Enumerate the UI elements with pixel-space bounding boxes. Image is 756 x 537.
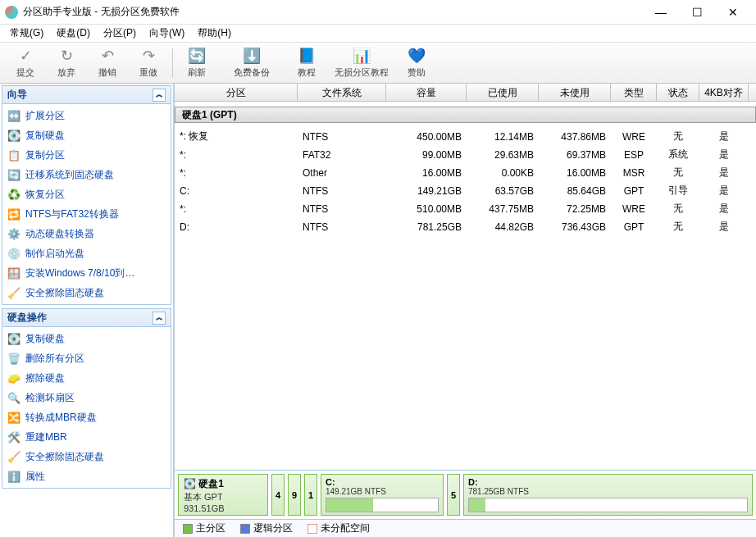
- diskop-item-4[interactable]: 🔀转换成MBR硬盘: [2, 407, 171, 427]
- maximize-button[interactable]: ☐: [679, 1, 715, 24]
- partition-tiny-2[interactable]: 1: [304, 474, 317, 516]
- wizard-item-icon: 🪟: [7, 266, 20, 280]
- col-capacity[interactable]: 容量: [386, 84, 467, 101]
- cell-type: MSR: [611, 166, 657, 180]
- donate-button[interactable]: 💙赞助: [396, 45, 437, 80]
- cell-partition: *:: [175, 166, 298, 180]
- partition-row[interactable]: *:FAT3299.00MB29.63MB69.37MBESP系统是: [175, 146, 756, 164]
- titlebar: 分区助手专业版 - 无损分区免费软件 — ☐ ✕: [0, 0, 756, 25]
- wizard-item-0[interactable]: ↔️扩展分区: [2, 106, 171, 125]
- cell-capacity: 450.00MB: [386, 130, 467, 144]
- cell-align: 是: [699, 146, 749, 163]
- close-button[interactable]: ✕: [715, 1, 751, 24]
- diskop-item-1[interactable]: 🗑️删除所有分区: [2, 348, 171, 368]
- undo-button[interactable]: ↶撤销: [87, 45, 128, 80]
- partition-c[interactable]: C: 149.21GB NTFS: [321, 474, 444, 516]
- partition-row[interactable]: *:Other16.00MB0.00KB16.00MBMSR无是: [175, 164, 756, 182]
- tutorial-button[interactable]: 📘教程: [286, 45, 327, 80]
- col-used[interactable]: 已使用: [467, 84, 539, 101]
- disk-info-block[interactable]: 💽 硬盘1 基本 GPT 931.51GB: [178, 474, 268, 516]
- col-type[interactable]: 类型: [611, 84, 657, 101]
- refresh-button[interactable]: 🔄刷新: [176, 45, 217, 80]
- discard-button[interactable]: ↻放弃: [46, 45, 87, 80]
- menu-partition[interactable]: 分区(P): [97, 25, 143, 42]
- wizard-item-label: NTFS与FAT32转换器: [25, 207, 119, 221]
- cell-type: ESP: [611, 148, 657, 162]
- partition-c-size: 149.21GB NTFS: [326, 487, 439, 496]
- diskop-item-label: 检测坏扇区: [25, 391, 75, 405]
- diskop-item-7[interactable]: ℹ️属性: [2, 466, 171, 486]
- disk-icon: 💽 硬盘1: [184, 477, 262, 491]
- disk-group-header[interactable]: 硬盘1 (GPT): [175, 107, 756, 123]
- backup-button[interactable]: ⬇️免费备份: [217, 45, 286, 80]
- lossless-tutorial-button[interactable]: 📊无损分区教程: [327, 45, 396, 80]
- legend-primary: 主分区: [183, 521, 225, 535]
- cell-capacity: 99.00MB: [386, 148, 467, 162]
- wizard-item-4[interactable]: ♻️恢复分区: [2, 184, 171, 204]
- col-partition[interactable]: 分区: [175, 84, 298, 101]
- logical-swatch: [240, 524, 250, 534]
- cell-align: 是: [699, 182, 749, 199]
- commit-button[interactable]: ✓提交: [5, 45, 46, 80]
- diskop-item-3[interactable]: 🔍检测坏扇区: [2, 388, 171, 407]
- menu-help[interactable]: 帮助(H): [191, 25, 238, 42]
- partition-row[interactable]: *: 恢复NTFS450.00MB12.14MB437.86MBWRE无是: [175, 128, 756, 146]
- disk-map: 💽 硬盘1 基本 GPT 931.51GB 4 9 1 C: 149.21GB …: [175, 470, 756, 519]
- menu-disk[interactable]: 硬盘(D): [50, 25, 97, 42]
- col-free[interactable]: 未使用: [539, 84, 611, 101]
- partition-row[interactable]: C:NTFS149.21GB63.57GB85.64GBGPT引导是: [175, 182, 756, 200]
- cell-used: 0.00KB: [467, 166, 539, 180]
- collapse-icon[interactable]: ︽: [153, 89, 166, 102]
- heart-icon: 💙: [408, 47, 426, 65]
- diskop-item-label: 转换成MBR硬盘: [25, 411, 97, 425]
- wizard-item-8[interactable]: 🪟安装Windows 7/8/10到…: [2, 263, 171, 283]
- diskop-item-icon: 🧹: [7, 450, 20, 463]
- menu-wizard[interactable]: 向导(W): [143, 25, 191, 42]
- main: 向导 ︽ ↔️扩展分区💽复制硬盘📋复制分区🔄迁移系统到固态硬盘♻️恢复分区🔁NT…: [0, 84, 756, 537]
- cell-used: 29.63MB: [467, 148, 539, 162]
- wizard-item-2[interactable]: 📋复制分区: [2, 145, 171, 165]
- cell-type: WRE: [611, 130, 657, 144]
- wizard-item-9[interactable]: 🧹安全擦除固态硬盘: [2, 283, 171, 303]
- partition-tiny-3[interactable]: 5: [447, 474, 460, 516]
- wizard-item-5[interactable]: 🔁NTFS与FAT32转换器: [2, 204, 171, 224]
- cell-partition: *:: [175, 202, 298, 216]
- col-align[interactable]: 4KB对齐: [699, 84, 749, 101]
- partition-d[interactable]: D: 781.25GB NTFS: [463, 474, 753, 516]
- grid-body[interactable]: 硬盘1 (GPT) *: 恢复NTFS450.00MB12.14MB437.86…: [175, 102, 756, 470]
- collapse-icon[interactable]: ︽: [153, 312, 166, 325]
- cell-status: 无: [657, 200, 699, 217]
- app-icon: [5, 6, 18, 19]
- unalloc-swatch: [307, 524, 317, 534]
- wizard-item-icon: 📋: [7, 148, 20, 162]
- cell-fs: NTFS: [298, 220, 386, 234]
- cell-status: 无: [657, 218, 699, 235]
- diskop-item-icon: 🛠️: [7, 430, 20, 444]
- diskop-item-0[interactable]: 💽复制硬盘: [2, 329, 171, 348]
- cell-align: 是: [699, 164, 749, 181]
- partition-tiny-0[interactable]: 4: [271, 474, 285, 516]
- undo-icon: ↶: [98, 47, 116, 65]
- minimize-button[interactable]: —: [643, 1, 679, 24]
- diskops-panel: 硬盘操作 ︽ 💽复制硬盘🗑️删除所有分区🧽擦除硬盘🔍检测坏扇区🔀转换成MBR硬盘…: [2, 308, 171, 489]
- redo-button[interactable]: ↷重做: [128, 45, 169, 80]
- cell-fs: NTFS: [298, 184, 386, 198]
- partition-d-bar: [468, 498, 748, 512]
- partition-row[interactable]: D:NTFS781.25GB44.82GB736.43GBGPT无是: [175, 218, 756, 236]
- menu-general[interactable]: 常规(G): [3, 25, 50, 42]
- partition-d-size: 781.25GB NTFS: [468, 487, 748, 496]
- wizard-item-3[interactable]: 🔄迁移系统到固态硬盘: [2, 165, 171, 184]
- wizard-item-label: 复制分区: [25, 148, 65, 162]
- col-fs[interactable]: 文件系统: [298, 84, 386, 101]
- cell-status: 无: [657, 128, 699, 145]
- diskop-item-label: 删除所有分区: [25, 352, 84, 366]
- wizard-item-1[interactable]: 💽复制硬盘: [2, 125, 171, 145]
- partition-row[interactable]: *:NTFS510.00MB437.75MB72.25MBWRE无是: [175, 200, 756, 218]
- col-status[interactable]: 状态: [657, 84, 699, 101]
- diskop-item-2[interactable]: 🧽擦除硬盘: [2, 368, 171, 388]
- wizard-item-7[interactable]: 💿制作启动光盘: [2, 243, 171, 263]
- diskop-item-5[interactable]: 🛠️重建MBR: [2, 427, 171, 447]
- diskop-item-6[interactable]: 🧹安全擦除固态硬盘: [2, 447, 171, 466]
- partition-tiny-1[interactable]: 9: [288, 474, 301, 516]
- wizard-item-6[interactable]: ⚙️动态硬盘转换器: [2, 224, 171, 243]
